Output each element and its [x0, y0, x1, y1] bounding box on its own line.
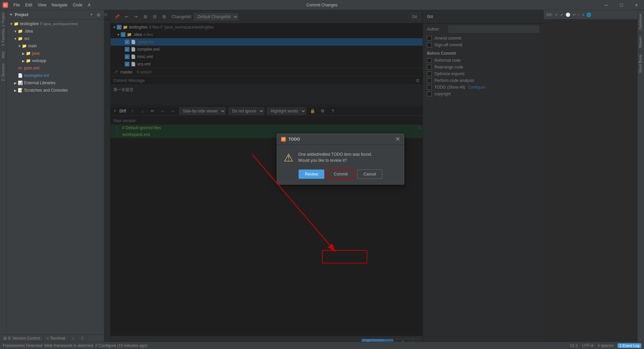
- menu-navigate[interactable]: Navigate: [50, 2, 69, 8]
- right-tab-database[interactable]: Database: [638, 10, 644, 33]
- todo-dialog-overlay: IJ TODO ✕ ⚠ One added/edited TODO item w…: [104, 10, 543, 342]
- spaces: 4 spaces: [597, 343, 613, 348]
- menu-edit[interactable]: Edit: [23, 2, 34, 8]
- todo-dialog-buttons: Review Commit Cancel: [277, 169, 404, 184]
- todo-dialog-body: ⚠ One added/edited TODO item was found. …: [277, 145, 404, 169]
- right-side-tabs: Database Maven Word Book: [637, 10, 644, 349]
- tree-item-testtogitee[interactable]: ▼ 📁 testtogitee F:\java_workspace\test: [7, 20, 110, 28]
- frameworks-message: Frameworks Detected: Web framework is de…: [3, 343, 147, 348]
- project-tree: ▼ 📁 testtogitee F:\java_workspace\test ▼…: [7, 19, 110, 349]
- todo-dialog-close-btn[interactable]: ✕: [395, 136, 400, 142]
- dialog-cancel-button[interactable]: Cancel: [357, 169, 382, 179]
- sidebar-item-web[interactable]: Web: [0, 46, 6, 63]
- line-col: 51:1: [570, 343, 578, 348]
- tree-item-idea[interactable]: ▼ 📁 .idea: [7, 28, 110, 35]
- editor-header: Git: ✓ ✓ 🕐 ↩ ↕ ≡ 🌐: [544, 10, 644, 19]
- tree-item-webapp[interactable]: ▶ 📁 webapp: [7, 57, 110, 64]
- sidebar-item-structure[interactable]: Z: Structure: [0, 64, 6, 81]
- title-bar: IJ File Edit View Navigate Code A Commit…: [0, 0, 644, 10]
- version-control-icon: ⊞: [3, 336, 7, 341]
- right-tab-wordbook[interactable]: Word Book: [638, 51, 644, 76]
- left-sidebar-icons: 1: Project 2: Favorites Web Z: Structure: [0, 10, 7, 349]
- tree-item-iml[interactable]: ▶ 📄 testtogitee.iml: [7, 72, 110, 79]
- tab-up-arrow[interactable]: ↑: [69, 336, 78, 341]
- terminal-icon: ▪: [47, 336, 48, 341]
- menu-code[interactable]: Code: [71, 2, 85, 8]
- status-bar-right: 51:1 UTF-8 4 spaces 1 Event Log: [570, 343, 641, 348]
- project-header: ▼ Project ▼ ⊕ ⚙: [7, 10, 110, 19]
- editor-git-label: Git:: [546, 12, 553, 17]
- title-bar-menu: File Edit View Navigate Code A: [11, 2, 93, 8]
- tree-item-main[interactable]: ▼ 📁 main: [7, 42, 110, 50]
- tree-item-external-libraries[interactable]: ▶ 📊 External Libraries: [7, 79, 110, 87]
- sidebar-item-project[interactable]: 1: Project: [0, 11, 6, 28]
- editor-content: [544, 19, 644, 349]
- editor-panel: Git: ✓ ✓ 🕐 ↩ ↕ ≡ 🌐: [543, 10, 644, 349]
- status-bar: Frameworks Detected: Web framework is de…: [0, 342, 644, 349]
- dialog-commit-button[interactable]: Commit: [327, 169, 354, 179]
- project-title: Project: [15, 12, 29, 17]
- tree-item-java[interactable]: ▶ 📁 java: [7, 50, 110, 57]
- project-panel: ▼ Project ▼ ⊕ ⚙ ▼ 📁 testtogitee F:\java_…: [7, 10, 111, 349]
- todo-dialog-icon: IJ: [281, 137, 286, 142]
- close-button[interactable]: ×: [629, 0, 644, 10]
- menu-a[interactable]: A: [86, 2, 93, 8]
- maximize-button[interactable]: □: [614, 0, 629, 10]
- review-button[interactable]: Review: [299, 169, 324, 179]
- event-log-badge[interactable]: 1 Event Log: [618, 343, 641, 348]
- sidebar-item-favorites[interactable]: 2: Favorites: [0, 29, 6, 46]
- ide-icon: IJ: [3, 2, 8, 8]
- menu-file[interactable]: File: [11, 2, 22, 8]
- todo-dialog-title: IJ TODO ✕: [277, 134, 404, 145]
- encoding: UTF-8: [582, 343, 593, 348]
- warning-icon: ⚠: [284, 151, 293, 164]
- minimize-button[interactable]: ─: [599, 0, 614, 10]
- title-bar-controls: ─ □ ×: [599, 0, 644, 10]
- todo-dialog-text: One added/edited TODO item was found. Wo…: [298, 151, 372, 163]
- tab-help[interactable]: ?: [78, 336, 87, 341]
- terminal-tab[interactable]: ▪ Terminal: [44, 335, 69, 341]
- project-add-icon[interactable]: ⊕: [97, 12, 101, 17]
- tree-item-scratches[interactable]: ▶ 📝 Scratches and Consoles: [7, 87, 110, 94]
- right-tab-maven[interactable]: Maven: [638, 33, 644, 51]
- tree-item-pom[interactable]: ▶ m pom.xml: [7, 64, 110, 72]
- title-bar-left: IJ File Edit View Navigate Code A: [0, 2, 93, 8]
- bottom-tabs: ⊞ 9: Version Control ▪ Terminal ↑ ?: [0, 334, 104, 342]
- todo-dialog: IJ TODO ✕ ⚠ One added/edited TODO item w…: [277, 134, 404, 185]
- version-control-tab[interactable]: ⊞ 9: Version Control: [0, 335, 44, 341]
- window-title: Commit Changes: [307, 3, 338, 7]
- menu-view[interactable]: View: [36, 2, 48, 8]
- tree-item-src[interactable]: ▼ 📁 src: [7, 35, 110, 42]
